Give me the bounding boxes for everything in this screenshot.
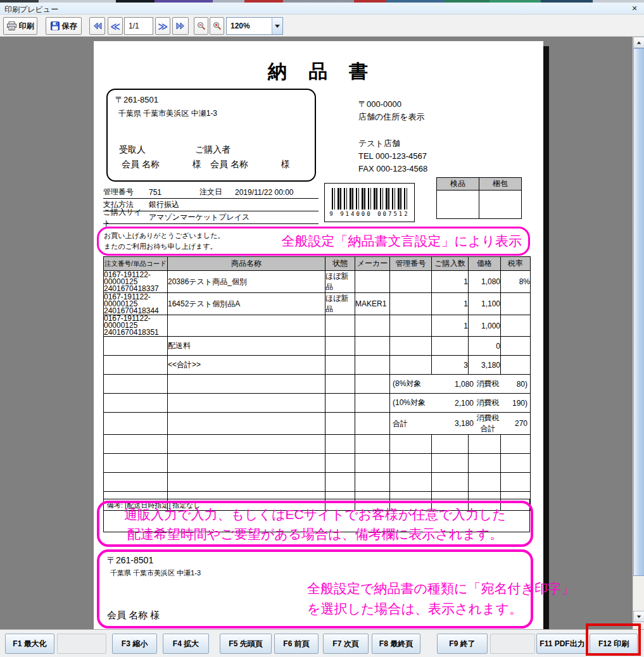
fkey-button-f4[interactable]: F4 拡大: [163, 634, 209, 654]
cell-maker: MAKER1: [355, 293, 390, 315]
remarks-annotation-line2: 配達希望時間やご要望がある場合は、備考欄に表示されます。: [99, 524, 531, 544]
fkey-button-f11[interactable]: F11 PDF出力: [536, 634, 588, 654]
remarks-annotation-box: 通販入力で入力、もしくはECサイトでお客様が任意で入力した 配達希望時間やご要望…: [97, 501, 533, 547]
document-title: 納 品 書: [94, 59, 543, 85]
thanks-message-line1: お買い上げありがとうございました。: [104, 230, 225, 241]
order-info-row: ご購入サイト アマゾンマーケットプレイス: [103, 211, 319, 224]
cell-tax-rate: [501, 293, 531, 315]
sum-label: (10%対象: [390, 397, 438, 408]
items-table-row: [104, 473, 531, 492]
cell-maker: [355, 315, 390, 337]
cell-order-code: [104, 375, 168, 394]
receiver-name: 会員 名称: [122, 159, 160, 170]
purchase-site-value: アマゾンマーケットプレイス: [149, 212, 319, 223]
print-preview-window: 印刷プレビュー × 印刷 保存: [0, 0, 644, 657]
order-info: 管理番号 751 注文日 2019/11/22 00:00 支払方法 銀行振込 …: [103, 186, 319, 224]
cell-product-name: 配送料: [168, 337, 325, 356]
cell-state: [325, 375, 355, 394]
recipient-address: 千葉県 千葉市美浜区 中瀬1-3: [118, 108, 217, 119]
zoom-dropdown-button[interactable]: [272, 18, 282, 34]
cell-tax-rate: [501, 473, 531, 492]
zoom-in-button[interactable]: [210, 17, 224, 35]
cell-state: [325, 413, 355, 435]
first-page-button[interactable]: [89, 17, 105, 35]
fkey-button-f9[interactable]: F9 終了: [437, 634, 488, 654]
packing-cell: [479, 191, 522, 219]
cell-maker: [355, 337, 390, 356]
cell-state: [325, 356, 355, 375]
cell-state: [325, 454, 355, 473]
save-button-label: 保存: [62, 21, 77, 32]
save-button[interactable]: 保存: [46, 17, 82, 35]
cell-state: [325, 435, 355, 454]
cell-quantity: 3: [432, 356, 469, 375]
cell-maker: [355, 375, 390, 394]
scrollbar-up-button[interactable]: [633, 37, 644, 48]
zoom-level-combobox[interactable]: 120%: [226, 17, 283, 35]
cell-maker: [355, 271, 390, 293]
prev-page-button[interactable]: ≪: [108, 17, 123, 35]
close-icon[interactable]: ×: [629, 3, 640, 14]
first-page-icon: [93, 22, 102, 30]
remarks-annotation-line1: 通販入力で入力、もしくはECサイトでお客様が任意で入力した: [99, 504, 531, 524]
cell-quantity: [432, 435, 469, 454]
store-postal: 〒000-0000: [358, 98, 425, 111]
fkey-button-f3[interactable]: F3 縮小: [112, 634, 157, 654]
cell-order-code: [104, 473, 168, 492]
cell-mgmt-number: [390, 454, 432, 473]
barcode: 9 914000 007512: [324, 183, 415, 222]
cell-price: 1,000: [469, 315, 501, 337]
cell-maker: [355, 473, 390, 492]
purchase-site-label: ご購入サイト: [103, 207, 149, 228]
print-button[interactable]: 印刷: [3, 17, 37, 35]
message-annotation-text: 全般設定「納品書文言設定」により表示: [282, 232, 522, 250]
packing-header: 梱包: [479, 178, 522, 191]
cell-order-code: [104, 413, 168, 435]
mgmt-number-label: 管理番号: [103, 187, 149, 197]
recipient-box: 〒261-8501 千葉県 千葉市美浜区 中瀬1-3 受取人 ご購入者 会員 名…: [106, 89, 316, 182]
cell-state: [325, 473, 355, 492]
items-table-row: (10%対象2,100消費税190): [104, 394, 531, 413]
zoom-level-value: 120%: [227, 22, 272, 30]
last-page-icon: [176, 22, 185, 30]
footer-postal: 〒261-8501: [107, 555, 153, 566]
cell-price: 3,180: [469, 356, 501, 375]
last-page-button[interactable]: [172, 17, 189, 35]
cell-tax-rate: [501, 454, 531, 473]
cell-maker: [355, 356, 390, 375]
items-table-row: 0167-191122-00000125 240167041834416452テ…: [104, 293, 531, 315]
footer-member-name: 会員 名称 様: [107, 610, 160, 622]
cell-tax-rate: [501, 315, 531, 337]
next-page-button[interactable]: ≫: [155, 17, 170, 35]
fkey-button-f6[interactable]: F6 前頁: [274, 634, 319, 654]
paper-shadow: [543, 46, 549, 629]
zoom-out-button[interactable]: [194, 17, 208, 35]
order-date-value: 2019/11/22 00:00: [235, 188, 319, 197]
scrollbar-down-button[interactable]: [633, 611, 644, 622]
vertical-scrollbar[interactable]: [633, 37, 644, 629]
scrollbar-thumb[interactable]: [633, 48, 644, 576]
document-page: 納 品 書 〒261-8501 千葉県 千葉市美浜区 中瀬1-3 受取人 ご購入…: [94, 41, 543, 629]
cell-price: 1,100: [469, 293, 501, 315]
mgmt-number-value: 751: [149, 188, 199, 197]
cell-state: ほぼ新品: [325, 293, 355, 315]
inspection-header: 検品: [437, 178, 479, 191]
cell-price: [469, 473, 501, 492]
triangle-down-icon: [637, 615, 641, 618]
payment-method-value: 銀行振込: [149, 199, 319, 210]
order-info-row: 管理番号 751 注文日 2019/11/22 00:00: [103, 186, 319, 199]
title-bar: 印刷プレビュー ×: [0, 3, 644, 15]
fkey-button-f1[interactable]: F1 最大化: [5, 634, 54, 654]
fkey-button-f8[interactable]: F8 最終頁: [372, 634, 420, 654]
cell-order-code: [104, 356, 168, 375]
page-indicator-input[interactable]: [124, 17, 153, 35]
cell-maker: [355, 413, 390, 435]
items-table: 注文番号/単品コード商品名称状態メーカー管理番号ご購入数価格税率 0167-19…: [103, 256, 531, 511]
fkey-button-f7[interactable]: F7 次頁: [323, 634, 369, 654]
fkey-button-f5[interactable]: F5 先頭頁: [220, 634, 272, 654]
cell-mgmt-number: [390, 337, 432, 356]
next-page-icon: ≫: [158, 22, 168, 31]
cell-mgmt-number: [390, 271, 432, 293]
store-address-block: 〒000-0000 店舗の住所を表示: [358, 98, 425, 123]
prev-page-icon: ≪: [110, 22, 120, 31]
